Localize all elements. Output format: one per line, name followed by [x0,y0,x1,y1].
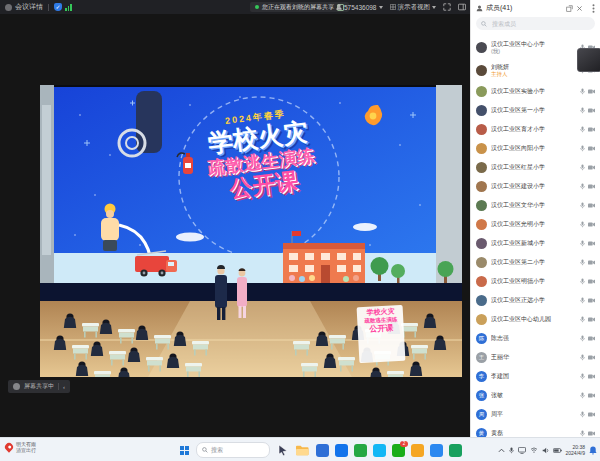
camera-off-icon[interactable] [588,336,595,341]
mic-muted-icon[interactable] [580,316,585,323]
meeting-id-dropdown[interactable]: 575436098 [336,4,383,11]
docs-app-icon[interactable] [411,444,424,457]
security-shield-icon[interactable]: ✓ [54,3,62,11]
camera-off-icon[interactable] [588,355,595,360]
file-explorer-icon[interactable] [296,445,309,456]
member-row[interactable]: 汉仪工业区第二小学 [471,253,600,272]
tray-mic-icon[interactable] [509,447,514,454]
member-row[interactable]: 汉仪工业区光明小学 [471,215,600,234]
camera-off-icon[interactable] [588,317,595,322]
camera-off-icon[interactable] [588,184,595,189]
mic-muted-icon[interactable] [580,354,585,361]
mic-muted-icon[interactable] [580,392,585,399]
member-name: 汉仪工业区中心小学(我) [491,41,576,55]
member-row[interactable]: 黄 黄磊 [471,424,600,437]
taskbar-clock[interactable]: 20:38 2024/4/9 [566,444,585,457]
taskbar-search-label: 搜索 [211,446,223,455]
member-row[interactable]: 汉仪工业区新城小学 [471,234,600,253]
app-status-icon [5,4,12,11]
camera-off-icon[interactable] [588,146,595,151]
camera-off-icon[interactable] [588,431,595,436]
weather-widget[interactable]: 明天有雨 适宜出行 [5,441,36,454]
security-app-icon[interactable] [449,444,462,457]
floating-video-thumbnail[interactable] [577,48,600,72]
mic-muted-icon[interactable] [580,259,585,266]
mic-muted-icon[interactable] [580,240,585,247]
camera-off-icon[interactable] [588,89,595,94]
mic-muted-icon[interactable] [580,88,585,95]
close-panel-icon[interactable] [576,5,583,12]
member-row[interactable]: 汉仪工业区第一小学 [471,101,600,120]
mic-muted-icon[interactable] [580,373,585,380]
mic-muted-icon[interactable] [580,221,585,228]
member-row[interactable]: 汉仪工业区向阳小学 [471,139,600,158]
mic-muted-icon[interactable] [580,107,585,114]
member-row[interactable]: 汉仪工业区文华小学 [471,196,600,215]
screen-share-banner[interactable]: 您正在观看刘晓的屏幕共享 [250,2,349,12]
mic-muted-icon[interactable] [580,297,585,304]
windows-start-button[interactable] [180,446,189,455]
sidebar-toggle-icon[interactable] [458,3,466,11]
camera-off-icon[interactable] [588,127,595,132]
mic-muted-icon[interactable] [580,202,585,209]
camera-off-icon[interactable] [588,412,595,417]
mic-muted-icon[interactable] [580,145,585,152]
member-row[interactable]: 汉仪工业区红星小学 [471,158,600,177]
camera-off-icon[interactable] [588,279,595,284]
mic-muted-icon[interactable] [580,278,585,285]
mic-muted-icon[interactable] [580,335,585,342]
clock-app-icon[interactable] [335,444,348,457]
fullscreen-icon[interactable] [443,3,451,11]
share-status-pill[interactable]: 屏幕共享中 ‹ [8,380,70,393]
notification-bell-icon[interactable] [589,446,597,455]
tray-volume-icon[interactable] [542,447,549,454]
member-list[interactable]: 汉仪工业区中心小学(我) 刘晓妍主持人 [471,36,600,437]
meeting-app-icon[interactable] [316,444,329,457]
mic-muted-icon[interactable] [580,411,585,418]
qq-app-icon[interactable] [373,444,386,457]
member-search-input[interactable] [490,20,574,28]
tray-battery-icon[interactable] [553,448,562,453]
mic-muted-icon[interactable] [580,164,585,171]
camera-off-icon[interactable] [588,203,595,208]
mail-app-icon[interactable] [430,444,443,457]
member-name: 汉仪工业区新城小学 [491,240,576,247]
wechat-app-icon[interactable]: 2 [392,444,405,457]
camera-off-icon[interactable] [588,374,595,379]
view-mode-dropdown[interactable]: 演示者视图 [390,3,437,12]
member-row[interactable]: 陈 陈志强 [471,329,600,348]
network-signal-icon[interactable] [65,4,72,11]
member-row[interactable]: 张 张敏 [471,386,600,405]
tray-display-icon[interactable] [518,447,526,454]
member-search-box[interactable] [476,17,595,30]
camera-off-icon[interactable] [588,298,595,303]
more-options-icon[interactable] [592,4,595,13]
member-row[interactable]: 汉仪工业区建设小学 [471,177,600,196]
member-row[interactable]: 王 王丽华 [471,348,600,367]
member-row[interactable]: 李 李建国 [471,367,600,386]
popout-panel-icon[interactable] [566,5,573,12]
mic-muted-icon[interactable] [580,430,585,437]
camera-off-icon[interactable] [588,393,595,398]
member-row[interactable]: 汉仪工业区育才小学 [471,120,600,139]
camera-off-icon[interactable] [588,165,595,170]
member-row[interactable]: 周 周平 [471,405,600,424]
camera-off-icon[interactable] [588,108,595,113]
meeting-info-button[interactable]: 会议详情 [15,2,43,12]
member-row[interactable]: 汉仪工业区明德小学 [471,272,600,291]
avatar [476,181,487,192]
camera-off-icon[interactable] [588,241,595,246]
camera-off-icon[interactable] [588,222,595,227]
tray-wifi-icon[interactable] [530,447,538,453]
taskbar-search[interactable]: 搜索 [196,442,270,458]
member-row[interactable]: 汉仪工业区中心幼儿园 [471,310,600,329]
collapse-pill-button[interactable]: ‹ [63,384,65,390]
member-row[interactable]: 汉仪工业区正远小学 [471,291,600,310]
member-row[interactable]: 汉仪工业区实验小学 [471,82,600,101]
search-icon [202,447,208,453]
green-app-icon[interactable] [354,444,367,457]
mic-muted-icon[interactable] [580,183,585,190]
mic-muted-icon[interactable] [580,126,585,133]
camera-off-icon[interactable] [588,260,595,265]
tray-chevron-up-icon[interactable] [498,448,505,453]
